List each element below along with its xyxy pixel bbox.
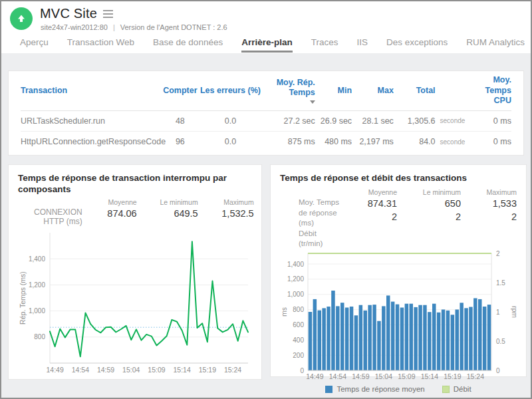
svg-text:14:49: 14:49	[47, 366, 64, 374]
stat-max-value: 1,532.5	[198, 207, 254, 226]
col-min[interactable]: Min	[315, 82, 352, 100]
svg-text:15:04: 15:04	[375, 372, 392, 380]
svg-text:600: 600	[293, 321, 304, 329]
svg-text:15:09: 15:09	[398, 372, 415, 380]
chart-legend: Temps de réponse moyen Débit	[280, 385, 517, 393]
col-count[interactable]: Compter	[160, 82, 200, 100]
total-value: 1,305.6	[394, 113, 436, 129]
svg-text:800: 800	[34, 333, 45, 340]
svg-text:0.5: 0.5	[496, 338, 505, 345]
svg-text:1,200: 1,200	[287, 275, 304, 283]
min-value: 26.9 sec	[315, 113, 352, 129]
page-title: MVC Site	[40, 6, 97, 21]
blue-square-icon	[325, 386, 332, 393]
tab-des-exceptions[interactable]: Des exceptions	[386, 36, 448, 53]
stat-header-avg: Moyenne	[340, 188, 397, 198]
green-square-icon	[442, 386, 450, 393]
svg-text:14:54: 14:54	[329, 372, 346, 380]
thr-min-value: 2	[397, 211, 461, 224]
right-chart-title: Temps de réponse et débit des transactio…	[280, 172, 517, 184]
svg-text:1: 1	[496, 309, 500, 316]
total-value: 84.0	[394, 134, 436, 150]
thr-max-value: 2	[461, 211, 517, 224]
col-max[interactable]: Max	[352, 82, 394, 100]
tab-transaction-web[interactable]: Transaction Web	[67, 36, 134, 53]
svg-text:1,200: 1,200	[29, 281, 45, 289]
tab-base-de-donnees[interactable]: Base de données	[153, 36, 223, 53]
total-unit: seconde	[436, 135, 467, 149]
left-chart-title: Temps de réponse de transaction interrom…	[18, 172, 252, 196]
stat-avg-value: 874.06	[86, 207, 137, 226]
svg-text:0: 0	[496, 367, 500, 374]
svg-text:2: 2	[496, 250, 500, 257]
menu-icon[interactable]	[103, 9, 113, 19]
tab-arriere-plan[interactable]: Arrière-plan	[241, 36, 293, 53]
legend-throughput[interactable]: Débit	[442, 385, 471, 393]
col-avg-resp-time[interactable]: Moy. Rép. Temps	[261, 74, 315, 108]
svg-text:15:04: 15:04	[122, 366, 140, 374]
svg-text:1.5: 1.5	[496, 279, 505, 287]
total-unit: seconde	[436, 114, 467, 128]
svg-text:rpm: rpm	[511, 306, 517, 318]
table-row: URLTaskScheduler.run 48 0.0 27.2 sec 26.…	[21, 111, 511, 132]
cpu-value: 0 ms	[467, 113, 511, 129]
svg-text:15:19: 15:19	[199, 366, 216, 374]
stat-header-max: Maximum	[198, 198, 254, 207]
svg-text:15:14: 15:14	[421, 372, 438, 380]
svg-text:200: 200	[293, 352, 304, 359]
arrow-up-icon	[16, 13, 27, 24]
stat-header-min: Le minimum	[397, 188, 461, 198]
response-time-line-chart: 8001,0001,2001,40014:4914:5414:5915:0415…	[18, 226, 252, 375]
table-row: HttpURLConnection.getResponseCode 96 0.0…	[21, 132, 511, 152]
count-value: 48	[160, 113, 200, 129]
tab-traces[interactable]: Traces	[311, 36, 338, 53]
col-transaction[interactable]: Transaction	[21, 82, 160, 100]
monitor-host: site24x7-win2012:80	[41, 23, 108, 31]
svg-text:1,000: 1,000	[29, 307, 45, 315]
svg-text:15:09: 15:09	[148, 366, 165, 374]
svg-text:15:24: 15:24	[224, 366, 241, 374]
stat-min-value: 649.5	[137, 207, 198, 226]
count-value: 96	[160, 134, 200, 150]
response-throughput-bar-chart: 02004006008001,0001,2001,40000.511.5214:…	[280, 249, 517, 381]
resp-avg-value: 874.31	[340, 198, 397, 211]
svg-text:Rép. Temps (ms): Rép. Temps (ms)	[19, 271, 27, 325]
throughput-series-label: Débit (tr/min)	[299, 229, 340, 249]
svg-text:15:14: 15:14	[174, 366, 191, 374]
svg-text:1,400: 1,400	[287, 261, 304, 268]
thr-avg-value: 2	[340, 211, 397, 224]
component-response-time-card: Temps de réponse de transaction interrom…	[8, 164, 262, 380]
svg-text:0: 0	[300, 367, 304, 374]
col-total[interactable]: Total	[394, 82, 436, 100]
tab-apercu[interactable]: Aperçu	[20, 36, 49, 53]
table-header-row: Transaction Compter Les erreurs (%) Moy.…	[21, 71, 511, 111]
sort-desc-icon	[310, 100, 315, 104]
tab-bar: Aperçu Transaction Web Base de données A…	[1, 36, 531, 53]
svg-text:14:59: 14:59	[97, 366, 114, 374]
min-value: 480 ms	[315, 134, 352, 150]
legend-response-time[interactable]: Temps de réponse moyen	[325, 385, 424, 393]
right-chart-stats: Moyenne Le minimum Maximum Moy. Temps de…	[299, 188, 517, 249]
tab-rum-analytics[interactable]: RUM Analytics	[466, 36, 525, 53]
response-series-label: Moy. Temps de réponse (ms)	[299, 198, 340, 229]
col-total-unit-spacer	[436, 86, 467, 94]
header-divider: |	[113, 23, 115, 31]
max-value: 28.1 sec	[352, 113, 394, 129]
svg-text:400: 400	[293, 336, 304, 344]
transaction-name[interactable]: URLTaskScheduler.run	[21, 113, 160, 129]
cpu-value: 0 ms	[467, 134, 511, 150]
svg-text:15:24: 15:24	[467, 372, 484, 380]
series-label: CONNEXION HTTP (ms)	[34, 207, 86, 226]
svg-text:15:19: 15:19	[444, 372, 461, 380]
response-throughput-card: Temps de réponse et débit des transactio…	[270, 164, 527, 377]
stat-header-max: Maximum	[461, 188, 517, 198]
col-cpu[interactable]: Moy. Temps CPU	[467, 71, 511, 110]
svg-text:ms: ms	[280, 307, 288, 317]
tab-iis[interactable]: IIS	[356, 36, 368, 53]
monitor-status-icon	[10, 7, 33, 30]
col-errors[interactable]: Les erreurs (%)	[200, 82, 261, 100]
stat-header-avg: Moyenne	[86, 198, 137, 207]
max-value: 2,197 ms	[352, 134, 394, 150]
avg-value: 27.2 sec	[261, 113, 315, 129]
transaction-name[interactable]: HttpURLConnection.getResponseCode	[21, 134, 160, 150]
